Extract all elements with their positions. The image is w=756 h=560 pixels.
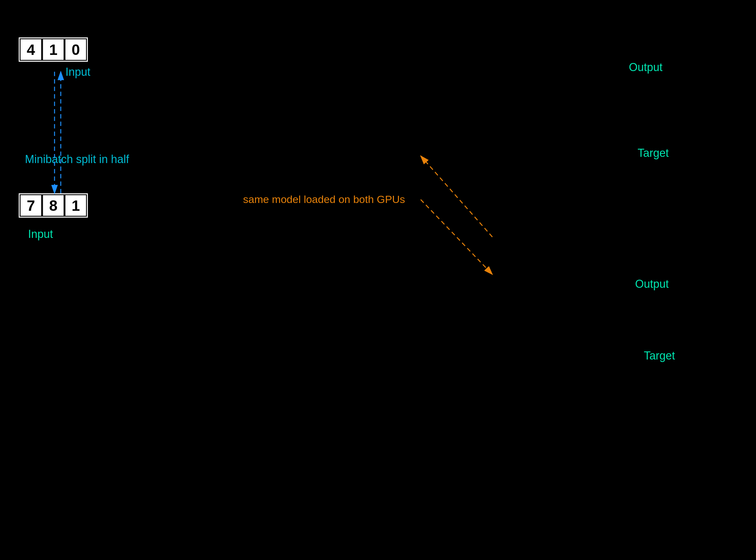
- bottom-digit-group: 7 8 1: [19, 193, 88, 218]
- top-target-label: Target: [637, 146, 669, 160]
- bottom-output-label: Output: [635, 278, 669, 291]
- digit-1: 1: [42, 38, 64, 61]
- bottom-target-label: Target: [644, 349, 675, 362]
- digit-1b: 1: [64, 194, 87, 217]
- digit-7: 7: [20, 194, 42, 217]
- arrow-orange-lower: [421, 200, 492, 274]
- top-digit-group: 4 1 0: [19, 37, 88, 62]
- digit-4: 4: [20, 38, 42, 61]
- same-model-label: same model loaded on both GPUs: [243, 193, 405, 205]
- arrow-orange-upper: [421, 156, 492, 237]
- top-input-label: Input: [65, 65, 90, 79]
- minibatch-label: Minibatch split in half: [25, 153, 129, 166]
- top-output-label: Output: [629, 61, 663, 74]
- bottom-input-label: Input: [28, 227, 53, 241]
- digit-8: 8: [42, 194, 64, 217]
- digit-0: 0: [64, 38, 87, 61]
